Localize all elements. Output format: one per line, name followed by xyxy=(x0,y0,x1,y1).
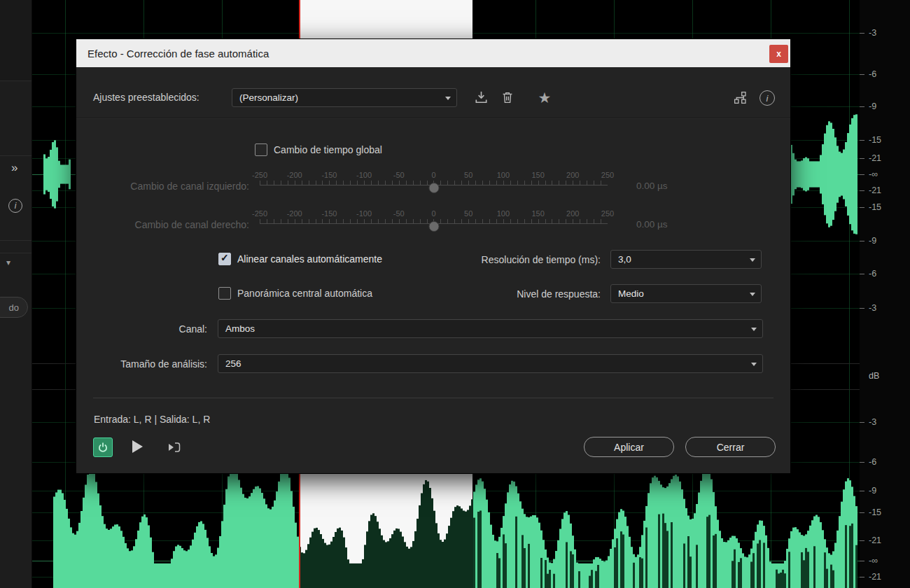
channel-value: Ambos xyxy=(225,323,255,334)
ruler-unit-label: dB xyxy=(869,371,879,381)
slider-tick-label: -100 xyxy=(356,171,372,179)
slider-tick-label: 150 xyxy=(531,209,544,218)
slider-tick-label: 50 xyxy=(464,171,472,179)
slider-tick-label: -200 xyxy=(287,209,302,218)
ruler-tick xyxy=(860,577,864,578)
divider xyxy=(0,155,31,156)
left-panel-partial-label: do xyxy=(9,302,19,313)
preview-play-icon[interactable] xyxy=(132,440,143,453)
left-channel-shift-label: Cambio de canal izquierdo: xyxy=(76,181,249,192)
channel-label: Canal: xyxy=(76,323,207,335)
favorite-star-icon[interactable]: ★ xyxy=(536,89,553,106)
slider-tick-label: 250 xyxy=(601,171,614,179)
chevron-down-icon xyxy=(751,363,757,366)
ruler-db-label: -6 xyxy=(869,457,876,467)
loop-play-icon[interactable] xyxy=(164,438,183,456)
slider-tick-label: 250 xyxy=(601,209,614,218)
ruler-tick xyxy=(860,274,864,274)
db-ruler[interactable]: -3-6-9-15-21-∞-21-15-9-6-3dB-3-6-9-15-21… xyxy=(860,0,910,588)
ruler-tick xyxy=(860,33,864,34)
ruler-db-label: -9 xyxy=(869,102,876,111)
right-channel-shift-value: 0.00 µs xyxy=(636,219,668,230)
panel-info-icon[interactable]: i xyxy=(8,199,22,213)
analysis-size-label: Tamaño de análisis: xyxy=(76,358,207,370)
response-level-dropdown[interactable]: Medio xyxy=(610,284,762,303)
ruler-db-label: -3 xyxy=(869,417,876,427)
ruler-tick xyxy=(860,308,864,309)
ruler-db-label: -21 xyxy=(869,153,881,163)
ruler-tick xyxy=(860,158,864,159)
ruler-tick xyxy=(860,462,864,463)
ruler-tick xyxy=(860,241,864,241)
left-channel-shift-slider[interactable]: -250-200-150-100-50050100150200250 xyxy=(260,171,608,195)
slider-tick-label: -150 xyxy=(321,171,337,179)
audition-waveform-editor: » i ▾ do -3-6-9-15-21-∞-21-15-9-6-3dB-3-… xyxy=(0,0,910,588)
time-resolution-dropdown[interactable]: 3,0 xyxy=(610,250,762,269)
ruler-db-label: -3 xyxy=(869,303,876,313)
time-resolution-label: Resolución de tiempo (ms): xyxy=(482,254,601,265)
ruler-tick xyxy=(860,140,864,141)
response-level-value: Medio xyxy=(618,288,644,299)
analysis-size-dropdown[interactable]: 256 xyxy=(218,354,763,373)
slider-knob[interactable] xyxy=(428,183,439,193)
delete-preset-icon[interactable] xyxy=(499,89,516,106)
close-dialog-button[interactable]: Cerrar xyxy=(685,437,776,457)
global-time-shift-checkbox[interactable] xyxy=(255,144,267,156)
chevron-down-icon[interactable]: ▾ xyxy=(6,258,10,267)
close-button[interactable]: x xyxy=(769,45,788,63)
slider-tick-label: -250 xyxy=(252,209,267,218)
expand-panel-icon[interactable]: » xyxy=(11,161,18,175)
slider-tick-label: 0 xyxy=(431,171,435,179)
left-toolbar: » i ▾ do xyxy=(0,0,32,588)
ruler-db-label: -9 xyxy=(869,486,876,496)
slider-tick-label: 0 xyxy=(431,209,435,218)
slider-scale: -250-200-150-100-50050100150200250 xyxy=(260,171,608,179)
preset-label: Ajustes preestablecidos: xyxy=(93,92,200,103)
preset-dropdown[interactable]: (Personalizar) xyxy=(232,88,457,107)
chevron-down-icon xyxy=(750,258,755,262)
ruler-db-label: -9 xyxy=(869,236,876,246)
ruler-tick xyxy=(860,561,864,561)
right-channel-shift-slider[interactable]: -250-200-150-100-50050100150200250 xyxy=(260,209,608,233)
preset-value: (Personalizar) xyxy=(239,92,298,103)
ruler-tick xyxy=(860,174,864,175)
apply-button[interactable]: Aplicar xyxy=(584,437,674,457)
ruler-db-label: -∞ xyxy=(869,169,878,179)
time-resolution-value: 3,0 xyxy=(618,254,631,265)
ruler-db-label: -6 xyxy=(869,69,876,79)
auto-center-pan-checkbox[interactable] xyxy=(218,287,231,300)
ruler-db-label: -15 xyxy=(869,202,881,212)
slider-scale: -250-200-150-100-50050100150200250 xyxy=(260,209,608,218)
info-icon[interactable]: i xyxy=(759,90,776,106)
nodes-icon[interactable] xyxy=(732,89,748,106)
ruler-db-label: -6 xyxy=(869,269,876,279)
slider-tick-label: -50 xyxy=(393,171,405,179)
ruler-db-label: -21 xyxy=(869,536,881,545)
right-channel-shift-label: Cambio de canal derecho: xyxy=(76,219,249,230)
ruler-tick xyxy=(860,74,864,75)
chevron-down-icon xyxy=(750,293,755,296)
save-preset-icon[interactable] xyxy=(472,89,489,106)
dialog-titlebar[interactable]: Efecto - Corrección de fase automática x xyxy=(76,39,790,67)
effect-power-toggle[interactable] xyxy=(93,438,113,457)
divider xyxy=(0,240,31,241)
info-glyph: i xyxy=(766,93,769,104)
divider xyxy=(0,253,31,253)
info-glyph: i xyxy=(15,201,17,211)
analysis-size-value: 256 xyxy=(225,358,241,369)
slider-tick-label: 150 xyxy=(531,171,544,179)
left-panel-partial-button[interactable]: do xyxy=(0,297,28,318)
slider-knob[interactable] xyxy=(428,221,439,232)
dialog-body: Ajustes preestablecidos: (Personalizar) … xyxy=(76,67,790,473)
slider-tick-label: -50 xyxy=(393,209,405,218)
ruler-tick xyxy=(860,190,864,191)
slider-tick-label: 100 xyxy=(497,171,510,179)
slider-tick-label: -150 xyxy=(321,209,337,218)
align-channels-checkbox[interactable] xyxy=(218,253,231,265)
divider xyxy=(93,398,774,398)
ruler-tick xyxy=(860,207,864,208)
ruler-tick xyxy=(860,106,864,107)
channel-dropdown[interactable]: Ambos xyxy=(218,319,763,338)
ruler-tick xyxy=(860,512,864,513)
align-channels-label: Alinear canales automáticamente xyxy=(237,253,382,265)
